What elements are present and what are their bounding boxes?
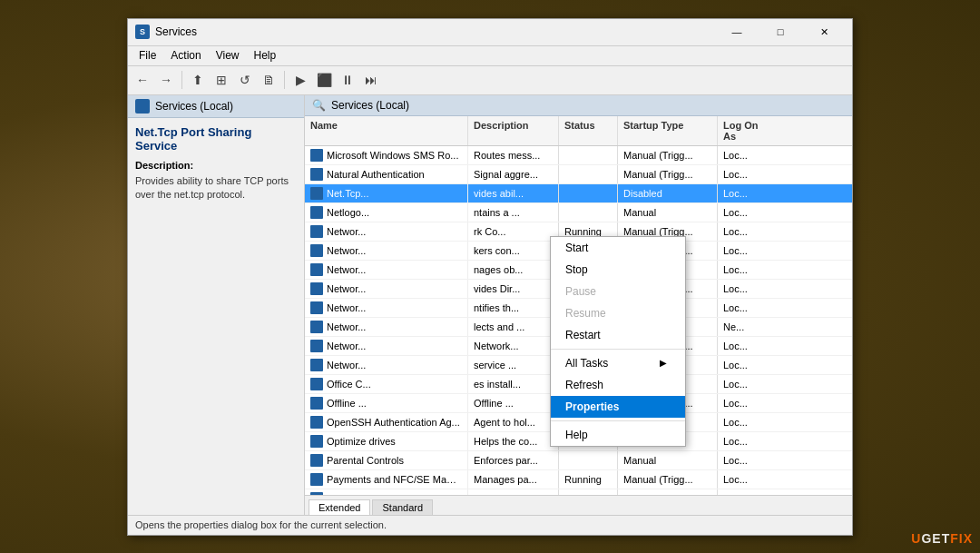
refresh-button[interactable]: ↺ (234, 69, 256, 91)
service-logon-cell: Loc... (718, 375, 772, 393)
col-header-status[interactable]: Status (559, 116, 618, 145)
service-icon (310, 397, 323, 410)
col-header-name[interactable]: Name (305, 116, 468, 145)
menu-action[interactable]: Action (163, 47, 208, 64)
stop-button[interactable]: ⬛ (313, 69, 335, 91)
ctx-sep-2 (551, 420, 685, 421)
table-row[interactable]: Payments and NFC/SE Mana... Manages pa..… (305, 470, 852, 489)
service-name-cell: Net.Tcp... (327, 188, 368, 199)
minimize-button[interactable]: — (716, 18, 758, 45)
ctx-all-tasks[interactable]: All Tasks▶ (551, 352, 685, 374)
service-name-cell: Parental Controls (327, 455, 404, 466)
service-logon-cell: Loc... (718, 394, 772, 412)
skip-button[interactable]: ⏭ (360, 69, 382, 91)
up-button[interactable]: ⬆ (187, 69, 209, 91)
ctx-restart[interactable]: Restart (551, 324, 685, 346)
service-desc-cell: Signal aggre... (468, 165, 559, 183)
table-row[interactable]: Net.Tcp... vides abil... Disabled Loc... (305, 184, 852, 203)
service-name-cell: Microsoft Windows SMS Ro... (327, 150, 458, 161)
left-nav-header[interactable]: Services (Local) (128, 95, 304, 118)
table-header: Name Description Status Startup Type Log… (305, 116, 852, 146)
service-icon (310, 359, 323, 371)
service-name-cell: Networ... (327, 283, 366, 294)
service-name-cell: Networ... (327, 302, 366, 313)
ctx-resume: Resume (551, 302, 685, 324)
description-text: Provides ability to share TCP ports over… (135, 174, 297, 202)
left-panel: Services (Local) Net.Tcp Port Sharing Se… (128, 95, 305, 515)
status-text: Opens the properties dialog box for the … (135, 519, 387, 530)
services-window: S Services — □ ✕ File Action View Help ←… (127, 18, 853, 536)
forward-button[interactable]: → (155, 69, 177, 91)
service-status-cell (559, 184, 618, 202)
service-logon-cell: Loc... (718, 146, 772, 164)
maximize-button[interactable]: □ (760, 18, 801, 45)
col-header-logon[interactable]: Log On As (718, 116, 772, 145)
status-bar: Opens the properties dialog box for the … (128, 515, 852, 535)
search-icon: 🔍 (312, 99, 326, 112)
pause-button[interactable]: ⏸ (337, 69, 358, 91)
ctx-help[interactable]: Help (551, 424, 685, 446)
service-logon-cell: Loc... (718, 222, 772, 241)
service-desc-cell: Routes mess... (468, 146, 559, 164)
col-header-desc[interactable]: Description (468, 116, 559, 145)
tab-extended[interactable]: Extended (309, 499, 370, 515)
service-logon-cell: Loc... (718, 203, 772, 222)
toolbar: ← → ⬆ ⊞ ↺ 🗎 ▶ ⬛ ⏸ ⏭ (128, 66, 852, 95)
service-desc-cell: es install... (468, 375, 559, 393)
tab-standard[interactable]: Standard (372, 499, 433, 515)
menu-view[interactable]: View (209, 47, 247, 64)
service-name-cell: Networ... (327, 321, 366, 332)
play-button[interactable]: ▶ (289, 69, 311, 91)
service-desc-cell: rk Co... (468, 222, 559, 241)
watermark: UGETFIX (911, 531, 973, 546)
ctx-stop[interactable]: Stop (551, 259, 685, 281)
services-header: 🔍 Services (Local) (305, 95, 852, 116)
service-name-cell: Optimize drives (327, 436, 396, 447)
service-icon (310, 149, 323, 162)
service-icon (310, 416, 323, 429)
right-panel: 🔍 Services (Local) Name Description Stat… (305, 95, 852, 515)
close-button[interactable]: ✕ (803, 18, 845, 45)
show-hide-button[interactable]: ⊞ (211, 69, 232, 91)
service-status-cell (559, 203, 618, 222)
service-name-cell: Networ... (327, 341, 366, 351)
service-icon (310, 244, 323, 257)
service-icon (310, 282, 323, 295)
service-startup-cell: Manual (Trigg... (618, 470, 718, 489)
service-logon-cell: Loc... (718, 261, 772, 279)
service-icon (310, 168, 323, 181)
table-row[interactable]: Netlogo... ntains a ... Manual Loc... (305, 203, 852, 222)
ctx-pause: Pause (551, 281, 685, 302)
ctx-refresh[interactable]: Refresh (551, 374, 685, 396)
service-icon (310, 206, 323, 219)
export-button[interactable]: 🗎 (258, 69, 279, 91)
service-desc-cell: Helps the co... (468, 432, 559, 450)
service-logon-cell: Loc... (718, 165, 772, 183)
service-desc-cell: ntifies th... (468, 299, 559, 317)
table-row[interactable]: Natural Authentication Signal aggre... M… (305, 165, 852, 184)
table-row[interactable]: Microsoft Windows SMS Ro... Routes mess.… (305, 146, 852, 165)
menu-help[interactable]: Help (247, 47, 284, 64)
service-startup-cell: Disabled (618, 184, 718, 202)
toolbar-separator-2 (284, 71, 285, 89)
service-startup-cell: Manual (Trigg... (618, 165, 718, 183)
ctx-start[interactable]: Start (551, 237, 685, 259)
service-logon-cell: Ne... (718, 318, 772, 336)
service-status-cell (559, 165, 618, 183)
service-desc-cell: Manages pa... (468, 470, 559, 489)
ctx-sep-1 (551, 349, 685, 350)
menu-file[interactable]: File (132, 47, 163, 64)
ctx-properties[interactable]: Properties (551, 396, 685, 418)
services-local-icon (135, 99, 150, 114)
service-icon (310, 473, 323, 486)
service-icon (310, 340, 323, 352)
back-button[interactable]: ← (132, 69, 153, 91)
service-desc-cell: nages ob... (468, 261, 559, 279)
service-name-cell: Office C... (327, 379, 371, 390)
title-bar: S Services — □ ✕ (128, 19, 852, 46)
table-row[interactable]: Parental Controls Enforces par... Manual… (305, 451, 852, 470)
services-header-label: Services (Local) (331, 99, 409, 112)
service-startup-cell: Manual (Trigg... (618, 146, 718, 164)
col-header-startup[interactable]: Startup Type (618, 116, 718, 145)
service-icon (310, 301, 323, 314)
